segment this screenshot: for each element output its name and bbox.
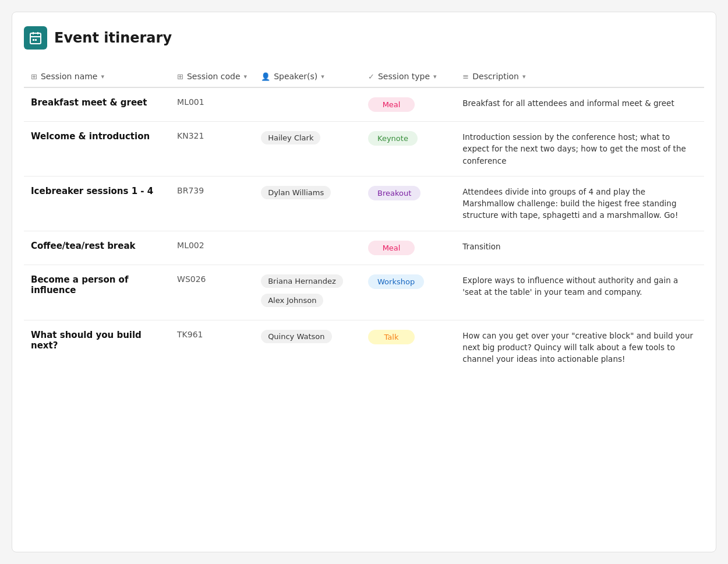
speakers-cell: Dylan Williams	[254, 176, 361, 231]
session-type-badge: Meal	[368, 97, 415, 112]
session-code-cell: WS026	[170, 265, 254, 320]
description-cell: Breakfast for all attendees and informal…	[455, 87, 704, 122]
col-desc-label: Description	[472, 72, 519, 81]
table-row: What should you build next?TK961Quincy W…	[24, 320, 704, 374]
table-icon: ⊞	[177, 72, 183, 81]
chevron-down-icon: ▾	[244, 73, 248, 80]
table-icon: ⊞	[31, 72, 37, 81]
session-name-cell: Icebreaker sessions 1 - 4	[24, 176, 170, 231]
table-row: Become a person of influenceWS026Briana …	[24, 265, 704, 320]
speaker-chip: Dylan Williams	[261, 186, 331, 199]
session-name-cell: What should you build next?	[24, 320, 170, 374]
col-header-type[interactable]: ✓ Session type ▾	[361, 66, 455, 87]
description-cell: Introduction session by the conference h…	[455, 122, 704, 177]
speaker-chip: Quincy Watson	[261, 330, 331, 343]
svg-rect-5	[35, 39, 37, 41]
session-name: Breakfast meet & greet	[31, 97, 147, 108]
speakers-cell: Quincy Watson	[254, 320, 361, 374]
col-speaker-label: Speaker(s)	[274, 72, 317, 81]
session-type-cell: Keynote	[361, 122, 455, 177]
speakers-cell: Hailey Clark	[254, 122, 361, 177]
session-code-cell: ML001	[170, 87, 254, 122]
col-header-description[interactable]: ≡ Description ▾	[455, 66, 704, 87]
speakers-cell	[254, 231, 361, 265]
speakers-cell	[254, 87, 361, 122]
session-code-cell: TK961	[170, 320, 254, 374]
speaker-chip: Alex Johnson	[261, 294, 323, 307]
speaker-chip: Hailey Clark	[261, 131, 320, 144]
chevron-down-icon: ▾	[321, 73, 324, 80]
table-header-row: ⊞ Session name ▾ ⊞ Session code ▾ 👤	[24, 66, 704, 87]
session-type-badge: Workshop	[368, 274, 424, 289]
page-title: Event itinerary	[54, 30, 172, 46]
page-header: Event itinerary	[24, 26, 704, 50]
session-name-cell: Welcome & introduction	[24, 122, 170, 177]
table-row: Welcome & introductionKN321Hailey ClarkK…	[24, 122, 704, 177]
svg-rect-0	[30, 33, 41, 44]
session-type-cell: Meal	[361, 231, 455, 265]
session-name: Welcome & introduction	[31, 131, 150, 142]
description-cell: How can you get over your "creative bloc…	[455, 320, 704, 374]
session-name: Icebreaker sessions 1 - 4	[31, 186, 153, 196]
description-text: Explore ways to influence without author…	[462, 276, 678, 297]
session-code: KN321	[177, 131, 204, 140]
session-code-cell: BR739	[170, 176, 254, 231]
col-name-label: Session name	[41, 72, 98, 81]
col-header-speaker[interactable]: 👤 Speaker(s) ▾	[254, 66, 361, 87]
session-code-cell: ML002	[170, 231, 254, 265]
session-name-cell: Become a person of influence	[24, 265, 170, 320]
chevron-down-icon: ▾	[433, 73, 437, 80]
session-name: Become a person of influence	[31, 274, 128, 295]
lines-icon: ≡	[462, 72, 469, 81]
session-name: Coffee/tea/rest break	[31, 241, 136, 251]
person-icon: 👤	[261, 72, 270, 81]
speakers-cell: Briana HernandezAlex Johnson	[254, 265, 361, 320]
session-type-badge: Keynote	[368, 131, 418, 146]
session-code: WS026	[177, 274, 206, 284]
main-container: Event itinerary ⊞ Session name ▾ ⊞ Sessi…	[12, 12, 716, 552]
col-header-code[interactable]: ⊞ Session code ▾	[170, 66, 254, 87]
description-text: Attendees divide into groups of 4 and pl…	[462, 187, 678, 220]
calendar-icon	[24, 26, 47, 50]
table-row: Breakfast meet & greetML001MealBreakfast…	[24, 87, 704, 122]
session-name-cell: Breakfast meet & greet	[24, 87, 170, 122]
svg-rect-4	[33, 39, 34, 41]
session-code-cell: KN321	[170, 122, 254, 177]
col-header-name[interactable]: ⊞ Session name ▾	[24, 66, 170, 87]
description-text: Transition	[462, 242, 500, 251]
col-type-label: Session type	[378, 72, 430, 81]
session-code: BR739	[177, 186, 204, 195]
session-type-cell: Breakout	[361, 176, 455, 231]
check-icon: ✓	[368, 72, 374, 81]
chevron-down-icon: ▾	[522, 73, 526, 80]
description-text: Breakfast for all attendees and informal…	[462, 98, 674, 108]
session-code: ML001	[177, 97, 204, 107]
itinerary-table: ⊞ Session name ▾ ⊞ Session code ▾ 👤	[24, 66, 704, 374]
session-type-cell: Talk	[361, 320, 455, 374]
session-name-cell: Coffee/tea/rest break	[24, 231, 170, 265]
description-text: How can you get over your "creative bloc…	[462, 331, 693, 364]
session-type-badge: Talk	[368, 330, 415, 344]
description-cell: Explore ways to influence without author…	[455, 265, 704, 320]
session-name: What should you build next?	[31, 330, 142, 351]
chevron-down-icon: ▾	[101, 73, 104, 80]
session-code: TK961	[177, 330, 203, 339]
session-type-cell: Meal	[361, 87, 455, 122]
speaker-chip: Briana Hernandez	[261, 274, 343, 288]
description-cell: Transition	[455, 231, 704, 265]
session-code: ML002	[177, 241, 204, 250]
table-row: Coffee/tea/rest breakML002MealTransition	[24, 231, 704, 265]
session-type-badge: Breakout	[368, 186, 420, 200]
col-code-label: Session code	[187, 72, 241, 81]
description-cell: Attendees divide into groups of 4 and pl…	[455, 176, 704, 231]
session-type-cell: Workshop	[361, 265, 455, 320]
session-type-badge: Meal	[368, 241, 415, 255]
table-row: Icebreaker sessions 1 - 4BR739Dylan Will…	[24, 176, 704, 231]
description-text: Introduction session by the conference h…	[462, 132, 685, 165]
